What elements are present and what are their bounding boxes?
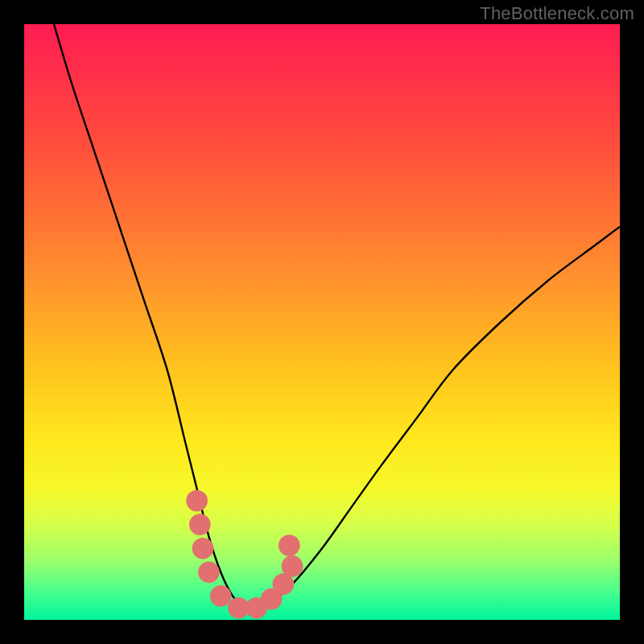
plot-area: [24, 24, 620, 620]
curve-marker: [210, 585, 232, 607]
curve-marker: [198, 561, 220, 583]
curve-marker: [279, 535, 300, 556]
curve-markers: [186, 490, 303, 619]
watermark: TheBottleneck.com: [480, 3, 634, 24]
curve-marker: [186, 490, 208, 512]
curve-marker: [282, 555, 303, 577]
curve-marker: [189, 514, 211, 535]
bottleneck-curve: [24, 24, 620, 620]
curve-marker: [192, 538, 214, 559]
chart-stage: TheBottleneck.com: [0, 0, 644, 644]
curve-line: [54, 24, 620, 610]
